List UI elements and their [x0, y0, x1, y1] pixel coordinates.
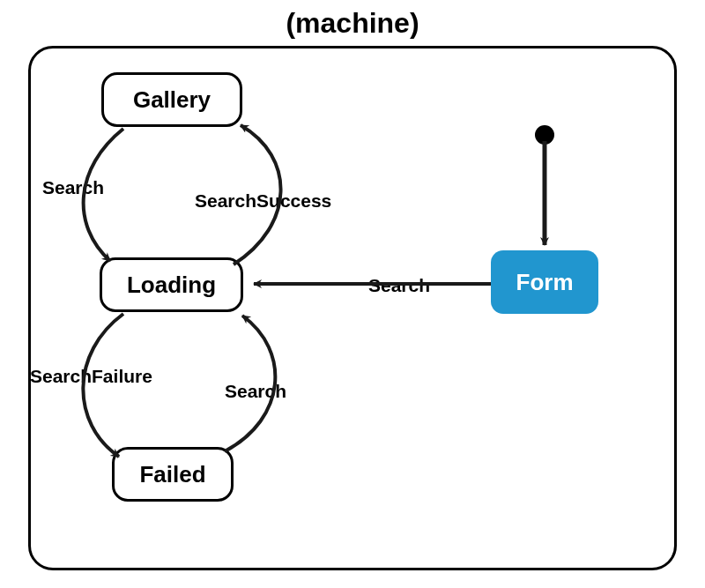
transition-gallery-to-loading: Search	[42, 177, 104, 198]
machine-title: (machine)	[286, 7, 419, 40]
state-loading: Loading	[100, 257, 243, 312]
state-form-initial: Form	[491, 250, 598, 314]
state-gallery: Gallery	[101, 72, 242, 127]
transition-loading-to-failed: SearchFailure	[30, 366, 152, 387]
transition-form-to-loading: Search	[368, 275, 430, 296]
transition-loading-to-gallery: SearchSuccess	[195, 190, 331, 212]
state-failed: Failed	[112, 447, 234, 502]
transition-failed-to-loading: Search	[225, 381, 286, 402]
